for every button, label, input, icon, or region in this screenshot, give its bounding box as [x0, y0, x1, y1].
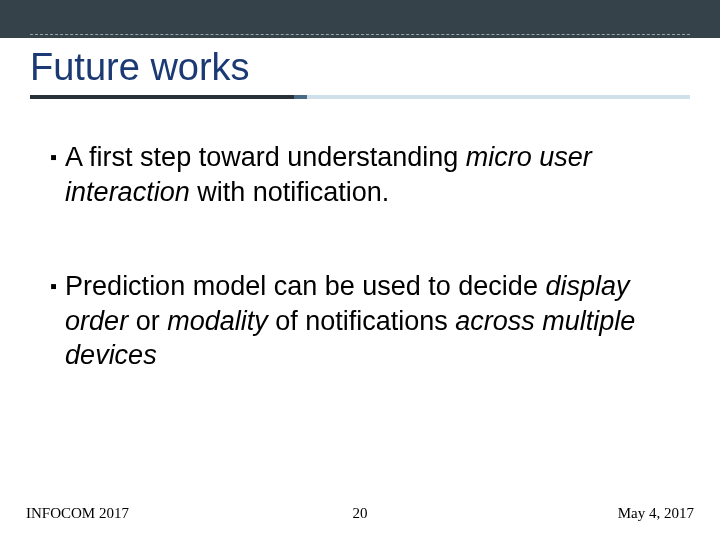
bullet-item: ▪ A first step toward understanding micr… [50, 140, 670, 209]
underline-segment [30, 95, 294, 99]
text-run: modality [167, 306, 268, 336]
top-band [0, 0, 720, 38]
bullet-marker-icon: ▪ [50, 269, 57, 303]
underline-segment [294, 95, 307, 99]
bullet-item: ▪ Prediction model can be used to decide… [50, 269, 670, 373]
header-block: Future works [30, 38, 690, 99]
content-area: ▪ A first step toward understanding micr… [50, 140, 670, 433]
page-number: 20 [353, 505, 368, 522]
bullet-text: Prediction model can be used to decide d… [65, 269, 670, 373]
text-run: A first step toward understanding [65, 142, 466, 172]
title-underline [30, 95, 690, 99]
footer: INFOCOM 2017 20 May 4, 2017 [0, 500, 720, 526]
text-run: Prediction model can be used to decide [65, 271, 545, 301]
bullet-text: A first step toward understanding micro … [65, 140, 670, 209]
text-run: of notifications [268, 306, 456, 336]
text-run: or [128, 306, 167, 336]
text-run: with notification. [190, 177, 390, 207]
footer-left: INFOCOM 2017 [26, 505, 129, 522]
slide-title: Future works [30, 46, 690, 89]
slide: Future works ▪ A first step toward under… [0, 0, 720, 540]
bullet-marker-icon: ▪ [50, 140, 57, 174]
footer-date: May 4, 2017 [618, 505, 694, 522]
underline-segment [307, 95, 690, 99]
